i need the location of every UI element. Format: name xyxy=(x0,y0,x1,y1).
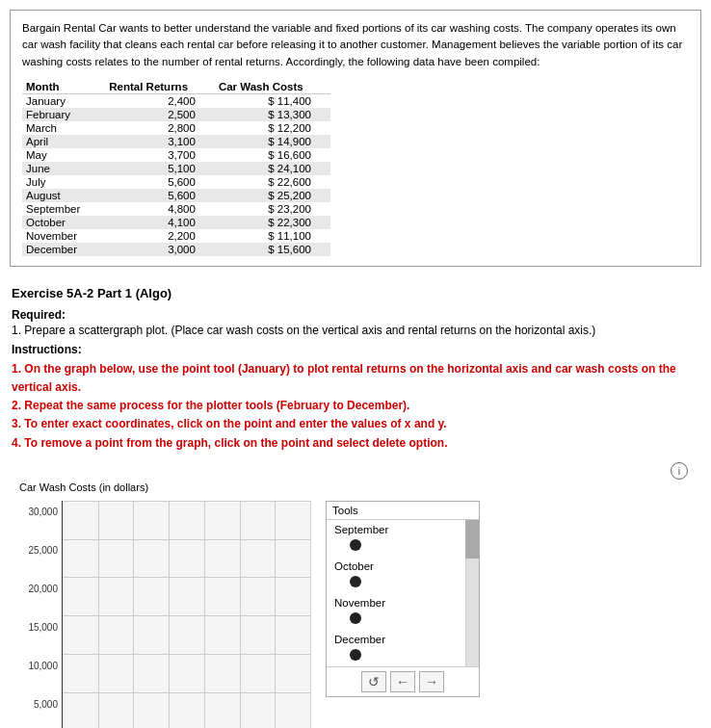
exercise-section: Exercise 5A-2 Part 1 (Algo) Required: 1.… xyxy=(0,276,711,728)
grid-v-line xyxy=(204,501,205,728)
table-cell: 2,500 xyxy=(105,108,215,121)
table-cell: November xyxy=(22,229,105,243)
tools-scroll-area[interactable]: SeptemberOctoberNovemberDecember xyxy=(327,520,479,666)
table-cell: 2,800 xyxy=(105,121,215,135)
tool-item-label: October xyxy=(334,560,374,572)
y-labels: 30,00025,00020,00015,00010,0005,0000 xyxy=(12,501,62,728)
table-cell: 3,100 xyxy=(105,135,215,148)
required-text: 1. Prepare a scattergraph plot. (Place c… xyxy=(12,324,699,337)
tool-item-october[interactable]: October xyxy=(327,557,479,593)
data-table: Month Rental Returns Car Wash Costs Janu… xyxy=(22,80,330,256)
tool-dot[interactable] xyxy=(350,576,361,587)
table-cell: 5,600 xyxy=(105,189,215,202)
grid-h-line xyxy=(63,654,310,655)
table-cell: 3,700 xyxy=(105,148,215,162)
tool-dot[interactable] xyxy=(350,612,361,624)
grid-h-line xyxy=(63,692,310,693)
table-cell: $ 12,200 xyxy=(215,121,330,135)
grid-v-line xyxy=(310,501,311,728)
table-cell: $ 14,900 xyxy=(215,135,330,148)
graph-y-label: Car Wash Costs (in dollars) xyxy=(19,481,699,493)
table-cell: $ 11,100 xyxy=(215,229,330,243)
y-tick-label: 15,000 xyxy=(28,621,58,632)
grid-v-line xyxy=(169,501,170,728)
table-cell: $ 23,200 xyxy=(215,202,330,216)
grid-h-line xyxy=(63,539,310,540)
y-tick-label: 5,000 xyxy=(34,698,58,709)
table-cell: October xyxy=(22,216,105,229)
tools-footer: ↺ ← → xyxy=(327,666,479,696)
col-header-month: Month xyxy=(22,80,105,94)
undo-button[interactable]: ↺ xyxy=(361,671,386,692)
table-cell: $ 15,600 xyxy=(215,243,330,256)
instructions-label: Instructions: xyxy=(12,343,699,356)
info-icon[interactable]: i xyxy=(671,462,688,480)
table-cell: March xyxy=(22,121,105,135)
table-cell: 5,600 xyxy=(105,175,215,189)
instruction-1: 1. On the graph below, use the point too… xyxy=(12,360,699,397)
table-cell: May xyxy=(22,148,105,162)
table-cell: December xyxy=(22,243,105,256)
table-cell: $ 22,300 xyxy=(215,216,330,229)
table-cell: 5,100 xyxy=(105,162,215,175)
graph-container[interactable]: 30,00025,00020,00015,00010,0005,0000 1,0… xyxy=(12,501,310,728)
table-cell: June xyxy=(22,162,105,175)
y-tick-label: 30,000 xyxy=(28,506,58,516)
instructions-list: 1. On the graph below, use the point too… xyxy=(12,360,699,453)
table-cell: April xyxy=(22,135,105,148)
tool-item-label: December xyxy=(334,634,385,645)
col-header-car-wash-costs: Car Wash Costs xyxy=(215,80,330,94)
table-cell: $ 13,300 xyxy=(215,108,330,121)
grid-v-line xyxy=(133,501,134,728)
grid-v-line xyxy=(98,501,99,728)
table-cell: August xyxy=(22,189,105,202)
required-label: Required: xyxy=(12,308,699,322)
table-cell: July xyxy=(22,175,105,189)
y-tick-label: 10,000 xyxy=(28,660,58,670)
table-cell: 3,000 xyxy=(105,243,215,256)
grid-v-line xyxy=(240,501,241,728)
scrollbar-thumb[interactable] xyxy=(465,520,479,559)
table-cell: 4,800 xyxy=(105,202,215,216)
instruction-4: 4. To remove a point from the graph, cli… xyxy=(12,434,699,453)
table-cell: $ 11,400 xyxy=(215,93,330,108)
col-header-rental-returns: Rental Returns xyxy=(105,80,215,94)
tool-item-december[interactable]: December xyxy=(327,630,479,666)
y-tick-label: 25,000 xyxy=(28,544,58,555)
tools-panel: Tools SeptemberOctoberNovemberDecember ↺… xyxy=(326,501,480,697)
scrollbar-track[interactable] xyxy=(465,520,479,666)
instruction-3: 3. To enter exact coordinates, click on … xyxy=(12,415,699,433)
table-cell: 2,400 xyxy=(105,93,215,108)
prev-button[interactable]: ← xyxy=(390,671,415,692)
instruction-2: 2. Repeat the same process for the plott… xyxy=(12,397,699,415)
tool-dot[interactable] xyxy=(350,539,361,551)
tool-item-label: September xyxy=(334,524,388,535)
table-cell: $ 22,600 xyxy=(215,175,330,189)
next-button[interactable]: → xyxy=(419,671,444,692)
tool-dot[interactable] xyxy=(350,649,361,661)
grid-h-line xyxy=(63,577,310,578)
tool-item-november[interactable]: November xyxy=(327,593,479,630)
intro-text: Bargain Rental Car wants to better under… xyxy=(22,20,689,70)
table-cell: January xyxy=(22,93,105,108)
table-cell: $ 24,100 xyxy=(215,162,330,175)
intro-section: Bargain Rental Car wants to better under… xyxy=(10,10,701,267)
table-cell: $ 16,600 xyxy=(215,148,330,162)
table-cell: $ 25,200 xyxy=(215,189,330,202)
info-row: i xyxy=(12,462,699,480)
table-cell: 4,100 xyxy=(105,216,215,229)
table-cell: February xyxy=(22,108,105,121)
grid-h-line xyxy=(63,501,310,502)
y-tick-label: 20,000 xyxy=(28,583,58,593)
grid-h-line xyxy=(63,615,310,616)
tools-items: SeptemberOctoberNovemberDecember xyxy=(327,520,479,666)
tool-item-label: November xyxy=(334,597,385,609)
exercise-title: Exercise 5A-2 Part 1 (Algo) xyxy=(12,286,699,300)
tool-item-september[interactable]: September xyxy=(327,520,479,557)
table-cell: September xyxy=(22,202,105,216)
graph-tools-row: 30,00025,00020,00015,00010,0005,0000 1,0… xyxy=(12,501,699,728)
plot-area[interactable] xyxy=(62,501,310,728)
tools-header: Tools xyxy=(327,502,479,520)
table-cell: 2,200 xyxy=(105,229,215,243)
grid-v-line xyxy=(275,501,276,728)
